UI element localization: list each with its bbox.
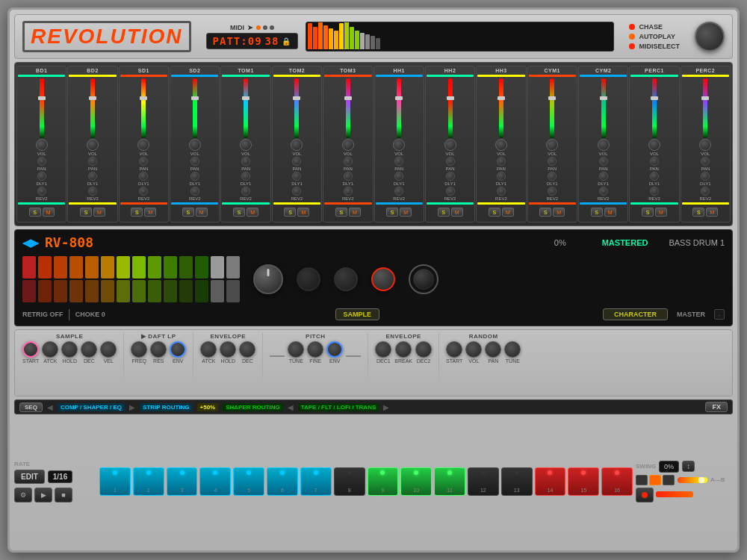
ch-fader[interactable] xyxy=(141,78,146,138)
pad-bot-1[interactable] xyxy=(38,280,52,302)
ch-vol-knob[interactable] xyxy=(546,139,558,151)
ch-vol-knob[interactable] xyxy=(291,139,303,151)
step-button-3[interactable]: 3 xyxy=(167,467,198,496)
step-button-8[interactable]: 8 xyxy=(334,467,365,496)
ch-pan-knob[interactable] xyxy=(548,157,557,166)
ch-vol-knob[interactable] xyxy=(699,139,711,151)
ch-rev-knob[interactable] xyxy=(446,187,455,196)
ch-pan-knob[interactable] xyxy=(190,157,199,166)
ch-dly-knob[interactable] xyxy=(88,172,97,181)
ch-dly-knob[interactable] xyxy=(292,172,301,181)
pad-bot-2[interactable] xyxy=(54,280,67,302)
ch-rev-knob[interactable] xyxy=(599,187,608,196)
step-button-16[interactable]: 16 xyxy=(601,467,633,496)
ch-vol-knob[interactable] xyxy=(598,139,610,151)
ch-solo-button[interactable]: S xyxy=(489,208,500,217)
pad-top-11[interactable] xyxy=(195,256,208,279)
pad-bot-0[interactable] xyxy=(22,280,36,302)
ch-solo-button[interactable]: S xyxy=(233,208,245,217)
pad-bot-10[interactable] xyxy=(179,280,193,302)
tune-knob[interactable] xyxy=(288,341,304,358)
ch-dly-knob[interactable] xyxy=(139,172,148,181)
pad-top-6[interactable] xyxy=(117,256,130,279)
ch-mute-button[interactable]: M xyxy=(196,208,208,217)
ch-solo-button[interactable]: S xyxy=(438,208,450,217)
ch-pan-knob[interactable] xyxy=(139,157,148,166)
ch-rev-knob[interactable] xyxy=(37,187,46,196)
ch-fader[interactable] xyxy=(193,78,197,138)
ch-solo-button[interactable]: S xyxy=(642,208,654,217)
pad-top-7[interactable] xyxy=(132,256,146,279)
ch-dly-knob[interactable] xyxy=(701,172,710,181)
pad-top-9[interactable] xyxy=(164,256,177,279)
seq-button[interactable]: SEQ xyxy=(19,402,43,412)
step-button-13[interactable]: 13 xyxy=(501,467,533,496)
ch-rev-knob[interactable] xyxy=(241,187,250,196)
ch-dly-knob[interactable] xyxy=(650,172,659,181)
ch-fader[interactable] xyxy=(601,78,606,138)
ch-mute-button[interactable]: M xyxy=(706,208,718,217)
env2-knob[interactable] xyxy=(326,341,343,358)
pad-top-1[interactable] xyxy=(38,256,52,279)
env1-knob[interactable] xyxy=(170,341,186,358)
fine-knob[interactable] xyxy=(307,341,323,358)
rec-button[interactable] xyxy=(636,488,654,503)
ch-mute-button[interactable]: M xyxy=(502,208,514,217)
master-volume-knob[interactable] xyxy=(695,22,725,52)
ch-solo-button[interactable]: S xyxy=(80,208,92,217)
ch-fader[interactable] xyxy=(703,78,707,138)
ch-pan-knob[interactable] xyxy=(599,157,608,166)
ch-vol-knob[interactable] xyxy=(393,139,405,151)
ch-rev-knob[interactable] xyxy=(650,187,659,196)
ch-rev-knob[interactable] xyxy=(394,187,403,196)
ch-fader[interactable] xyxy=(346,78,350,138)
step-button-6[interactable]: 6 xyxy=(267,467,298,496)
dec2-env-knob[interactable] xyxy=(239,341,255,358)
ch-mute-button[interactable]: M xyxy=(553,208,565,217)
ch-pan-knob[interactable] xyxy=(292,157,301,166)
freq-knob[interactable] xyxy=(131,341,147,358)
ch-rev-knob[interactable] xyxy=(190,187,199,196)
ch-rev-knob[interactable] xyxy=(497,187,506,196)
ch-vol-knob[interactable] xyxy=(444,139,456,151)
pad-bot-5[interactable] xyxy=(101,280,114,302)
ch-fader[interactable] xyxy=(40,78,44,138)
ch-vol-knob[interactable] xyxy=(189,139,201,151)
ch-mute-button[interactable]: M xyxy=(451,208,463,217)
step-button-1[interactable]: 1 xyxy=(99,467,131,496)
dec1-knob[interactable] xyxy=(81,341,97,358)
ch-fader[interactable] xyxy=(550,78,554,138)
ch-vol-knob[interactable] xyxy=(342,139,354,151)
pad-top-5[interactable] xyxy=(101,256,114,279)
pad-bot-4[interactable] xyxy=(85,280,99,302)
pad-bot-11[interactable] xyxy=(195,280,208,302)
pad-bot-9[interactable] xyxy=(164,280,177,302)
ch-solo-button[interactable]: S xyxy=(335,208,347,217)
ch-pan-knob[interactable] xyxy=(446,157,455,166)
ch-dly-knob[interactable] xyxy=(548,172,557,181)
ch-dly-knob[interactable] xyxy=(599,172,608,181)
ch-pan-knob[interactable] xyxy=(497,157,506,166)
pad-bot-7[interactable] xyxy=(132,280,146,302)
vol-r-knob[interactable] xyxy=(465,341,482,358)
step-button-11[interactable]: 11 xyxy=(434,467,465,496)
stop-button[interactable]: ■ xyxy=(55,488,72,503)
ch-vol-knob[interactable] xyxy=(648,139,660,151)
ab-block-3[interactable] xyxy=(663,475,675,485)
ch-fader[interactable] xyxy=(652,78,657,138)
ch-mute-button[interactable]: M xyxy=(400,208,412,217)
step-button-7[interactable]: 7 xyxy=(300,467,332,496)
rv808-knob-5-ring[interactable] xyxy=(409,264,438,294)
ch-pan-knob[interactable] xyxy=(701,157,710,166)
ch-solo-button[interactable]: S xyxy=(182,208,194,217)
pad-bot-13[interactable] xyxy=(226,280,240,302)
ch-fader[interactable] xyxy=(244,78,248,138)
pad-top-2[interactable] xyxy=(54,256,67,279)
step-button-10[interactable]: 10 xyxy=(400,467,432,496)
rv808-knob-4-red[interactable] xyxy=(371,267,395,291)
rv808-master-button[interactable]: - xyxy=(714,309,725,320)
ch-fader[interactable] xyxy=(499,78,503,138)
ch-rev-knob[interactable] xyxy=(292,187,301,196)
ch-rev-knob[interactable] xyxy=(701,187,710,196)
hold2-knob[interactable] xyxy=(220,341,236,358)
